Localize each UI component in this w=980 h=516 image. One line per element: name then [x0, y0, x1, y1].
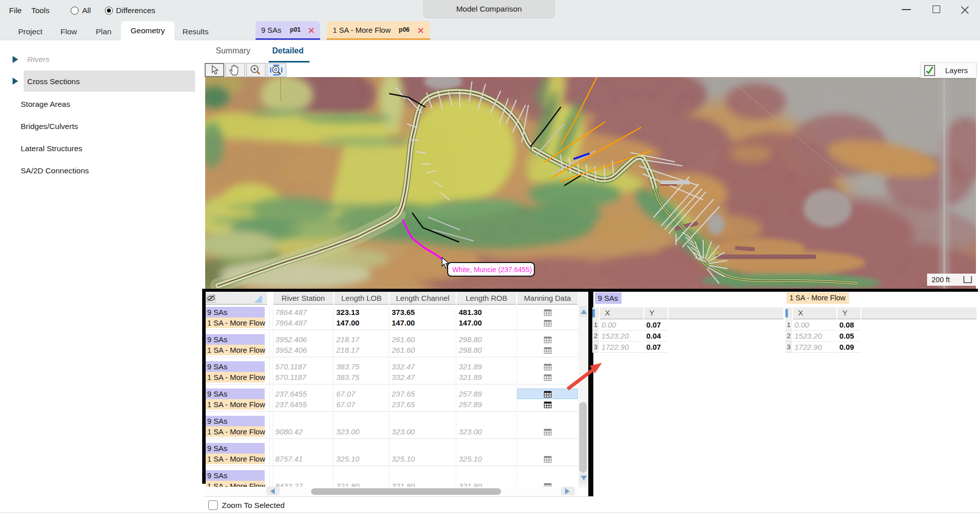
svg-text:White, Muncie (237.6455): White, Muncie (237.6455): [452, 266, 532, 274]
svg-text:200 ft: 200 ft: [932, 276, 950, 284]
